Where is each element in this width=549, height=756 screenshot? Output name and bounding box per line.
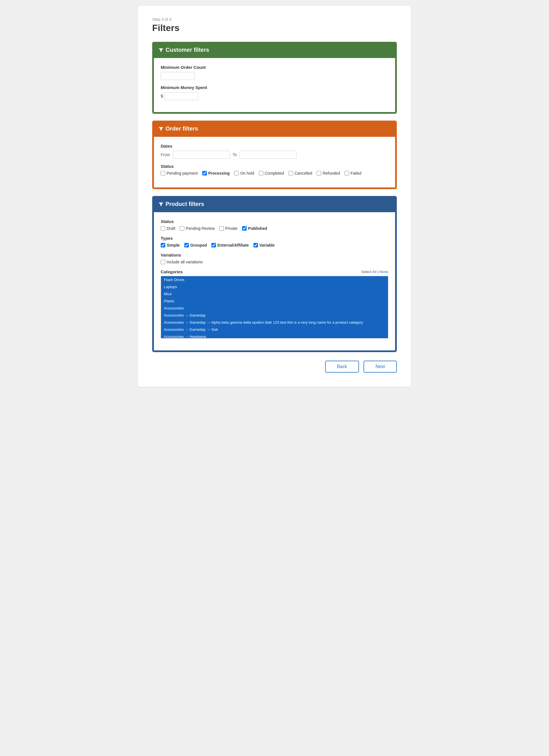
category-item[interactable]: Accessories bbox=[161, 305, 388, 312]
money-row: $ bbox=[161, 92, 388, 100]
order-status-refunded-checkbox[interactable] bbox=[317, 171, 321, 175]
pipe-separator: | bbox=[377, 270, 379, 274]
svg-marker-0 bbox=[159, 48, 163, 52]
product-status-pending_review-checkbox[interactable] bbox=[180, 226, 184, 231]
page-title: Filters bbox=[152, 23, 397, 33]
min-order-count-group: Minimum Order Count bbox=[161, 65, 388, 80]
min-money-spent-group: Minimum Money Spent $ bbox=[161, 85, 388, 100]
product-type-variable[interactable]: Variable bbox=[253, 243, 275, 247]
product-filters-section: Product filters Status DraftPending Revi… bbox=[152, 196, 397, 352]
select-label: Select bbox=[361, 270, 371, 274]
dates-group: Dates From To bbox=[161, 144, 388, 159]
product-type-simple[interactable]: Simple bbox=[161, 243, 180, 247]
order-status-cancelled[interactable]: Cancelled bbox=[288, 171, 312, 175]
category-item[interactable]: Plants bbox=[161, 298, 388, 305]
order-filter-icon bbox=[159, 126, 163, 131]
product-type-simple-label: Simple bbox=[167, 243, 180, 247]
product-status-published-checkbox[interactable] bbox=[242, 226, 247, 231]
order-status-processing[interactable]: Processing bbox=[202, 171, 230, 175]
product-type-external_affiliate[interactable]: External/Affiliate bbox=[211, 243, 249, 247]
order-status-processing-checkbox[interactable] bbox=[202, 171, 207, 175]
product-status-group: Status DraftPending ReviewPrivatePublish… bbox=[161, 219, 388, 231]
product-status-label: Status bbox=[161, 219, 388, 224]
money-symbol: $ bbox=[161, 94, 163, 98]
order-filters-section: Order filters Dates From To Status Pendi… bbox=[152, 121, 397, 189]
category-item[interactable]: Accessories → Gameday bbox=[161, 312, 388, 319]
product-type-simple-checkbox[interactable] bbox=[161, 243, 165, 247]
order-status-failed[interactable]: Failed bbox=[344, 171, 361, 175]
categories-listbox[interactable]: Flash DrivesLaptopsMicePlantsAccessories… bbox=[161, 276, 388, 338]
dates-row: From To bbox=[161, 151, 388, 159]
order-status-completed-checkbox[interactable] bbox=[259, 171, 263, 175]
select-all-link[interactable]: All bbox=[372, 270, 376, 274]
product-filter-icon bbox=[159, 202, 163, 207]
min-order-count-input[interactable] bbox=[161, 72, 195, 80]
order-status-checkboxes: Pending paymentProcessingOn holdComplete… bbox=[161, 171, 388, 175]
order-status-processing-label: Processing bbox=[208, 171, 230, 175]
product-type-variable-checkbox[interactable] bbox=[253, 243, 258, 247]
product-types-checkboxes: SimpleGroupedExternal/AffiliateVariable bbox=[161, 243, 388, 247]
step-label: Step 3 of 4 bbox=[152, 17, 397, 22]
product-filters-header: Product filters bbox=[153, 197, 396, 211]
category-item[interactable]: Flash Drives bbox=[161, 276, 388, 283]
dates-label: Dates bbox=[161, 144, 388, 148]
customer-filters-title: Customer filters bbox=[166, 47, 209, 53]
svg-marker-1 bbox=[159, 127, 163, 131]
category-item[interactable]: Laptops bbox=[161, 283, 388, 290]
order-status-failed-label: Failed bbox=[350, 171, 361, 175]
order-status-refunded-label: Refunded bbox=[323, 171, 340, 175]
filter-icon bbox=[159, 47, 163, 53]
order-status-completed-label: Completed bbox=[265, 171, 284, 175]
footer-buttons: Back Next bbox=[152, 361, 397, 373]
product-status-published-label: Published bbox=[248, 226, 267, 231]
customer-filters-section: Customer filters Minimum Order Count Min… bbox=[152, 42, 397, 114]
order-status-refunded[interactable]: Refunded bbox=[317, 171, 340, 175]
product-status-checkboxes: DraftPending ReviewPrivatePublished bbox=[161, 226, 388, 231]
order-status-on_hold-label: On hold bbox=[240, 171, 254, 175]
order-status-label: Status bbox=[161, 164, 388, 169]
order-status-on_hold[interactable]: On hold bbox=[234, 171, 254, 175]
product-filters-body: Status DraftPending ReviewPrivatePublish… bbox=[153, 211, 396, 351]
product-type-external_affiliate-checkbox[interactable] bbox=[211, 243, 216, 247]
min-money-spent-label: Minimum Money Spent bbox=[161, 85, 388, 90]
category-item[interactable]: Accessories → Gameday → Sub bbox=[161, 326, 388, 333]
product-status-private[interactable]: Private bbox=[219, 226, 238, 231]
product-status-draft[interactable]: Draft bbox=[161, 226, 175, 231]
product-type-external_affiliate-label: External/Affiliate bbox=[217, 243, 249, 247]
product-status-private-checkbox[interactable] bbox=[219, 226, 224, 231]
product-status-published[interactable]: Published bbox=[242, 226, 267, 231]
product-types-group: Types SimpleGroupedExternal/AffiliateVar… bbox=[161, 236, 388, 247]
date-to-input[interactable] bbox=[240, 151, 296, 159]
product-status-pending_review-label: Pending Review bbox=[186, 226, 214, 231]
product-type-grouped-checkbox[interactable] bbox=[184, 243, 189, 247]
order-status-failed-checkbox[interactable] bbox=[344, 171, 349, 175]
min-order-count-label: Minimum Order Count bbox=[161, 65, 388, 70]
product-type-grouped[interactable]: Grouped bbox=[184, 243, 207, 247]
next-button[interactable]: Next bbox=[364, 361, 397, 373]
order-status-on_hold-checkbox[interactable] bbox=[234, 171, 239, 175]
back-button[interactable]: Back bbox=[325, 361, 359, 373]
order-status-pending_payment-checkbox[interactable] bbox=[161, 171, 165, 175]
category-item[interactable]: Accessories → Gameday → Alpha beta gamma… bbox=[161, 319, 388, 326]
product-status-pending_review[interactable]: Pending Review bbox=[180, 226, 214, 231]
categories-select-links: Select All | None bbox=[361, 270, 388, 274]
variations-group: Variations Include all variations bbox=[161, 253, 388, 264]
order-status-completed[interactable]: Completed bbox=[259, 171, 284, 175]
include-all-variations-item[interactable]: Include all variations bbox=[161, 260, 203, 264]
select-none-link[interactable]: None bbox=[379, 270, 388, 274]
categories-header: Categories Select All | None bbox=[161, 269, 388, 274]
min-money-spent-input[interactable] bbox=[164, 92, 198, 100]
variations-label: Variations bbox=[161, 253, 388, 257]
product-status-draft-checkbox[interactable] bbox=[161, 226, 165, 231]
include-all-variations-checkbox[interactable] bbox=[161, 260, 165, 264]
date-from-input[interactable] bbox=[173, 151, 230, 159]
categories-group: Categories Select All | None Flash Drive… bbox=[161, 269, 388, 338]
category-item[interactable]: Mice bbox=[161, 290, 388, 298]
svg-marker-2 bbox=[159, 203, 163, 206]
order-status-cancelled-checkbox[interactable] bbox=[288, 171, 293, 175]
order-status-group: Status Pending paymentProcessingOn holdC… bbox=[161, 164, 388, 175]
order-status-pending_payment[interactable]: Pending payment bbox=[161, 171, 198, 175]
order-filters-body: Dates From To Status Pending paymentProc… bbox=[153, 136, 396, 188]
order-filters-header: Order filters bbox=[153, 121, 396, 136]
category-item[interactable]: Accessories → Headwear bbox=[161, 333, 388, 338]
